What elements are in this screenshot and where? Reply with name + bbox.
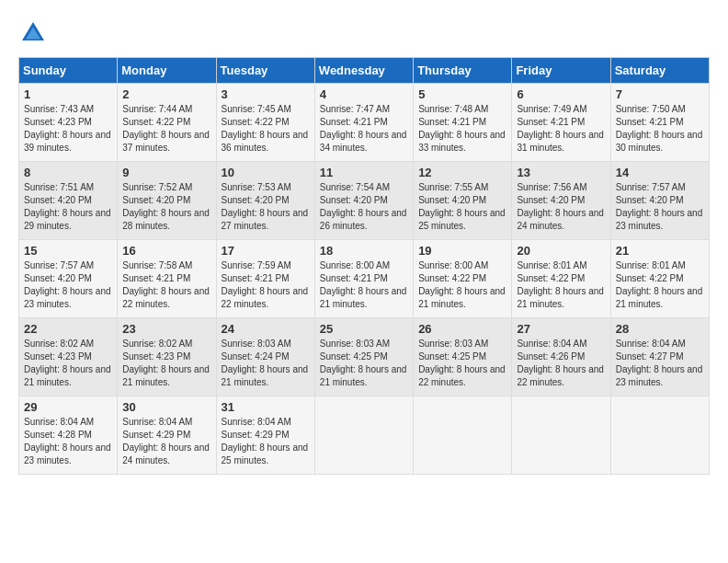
day-info: Sunrise: 7:44 AMSunset: 4:22 PMDaylight:…	[122, 103, 210, 155]
page-header	[18, 18, 710, 48]
days-of-week-header: SundayMondayTuesdayWednesdayThursdayFrid…	[19, 58, 710, 84]
day-number: 24	[222, 322, 310, 336]
day-info: Sunrise: 7:49 AMSunset: 4:21 PMDaylight:…	[517, 103, 605, 155]
calendar-cell: 22Sunrise: 8:02 AMSunset: 4:23 PMDayligh…	[19, 318, 118, 396]
dow-header-monday: Monday	[118, 58, 216, 84]
day-info: Sunrise: 7:48 AMSunset: 4:21 PMDaylight:…	[418, 103, 506, 155]
day-info: Sunrise: 8:00 AMSunset: 4:21 PMDaylight:…	[320, 259, 408, 311]
day-info: Sunrise: 7:51 AMSunset: 4:20 PMDaylight:…	[24, 181, 112, 233]
calendar-cell: 5Sunrise: 7:48 AMSunset: 4:21 PMDaylight…	[414, 84, 512, 162]
calendar-cell: 25Sunrise: 8:03 AMSunset: 4:25 PMDayligh…	[314, 318, 413, 396]
calendar-cell: 30Sunrise: 8:04 AMSunset: 4:29 PMDayligh…	[118, 396, 216, 475]
calendar-cell	[512, 396, 610, 475]
day-number: 7	[616, 87, 704, 101]
calendar-cell: 23Sunrise: 8:02 AMSunset: 4:23 PMDayligh…	[118, 318, 216, 396]
calendar-cell: 3Sunrise: 7:45 AMSunset: 4:22 PMDaylight…	[216, 84, 314, 162]
day-number: 30	[122, 400, 210, 414]
calendar-week-4: 22Sunrise: 8:02 AMSunset: 4:23 PMDayligh…	[19, 318, 710, 396]
day-number: 8	[24, 166, 112, 179]
calendar-cell: 4Sunrise: 7:47 AMSunset: 4:21 PMDaylight…	[314, 84, 413, 162]
calendar-cell: 11Sunrise: 7:54 AMSunset: 4:20 PMDayligh…	[314, 162, 413, 240]
day-number: 1	[24, 87, 112, 101]
day-info: Sunrise: 7:52 AMSunset: 4:20 PMDaylight:…	[122, 181, 210, 233]
day-info: Sunrise: 8:04 AMSunset: 4:26 PMDaylight:…	[517, 338, 605, 389]
dow-header-sunday: Sunday	[19, 58, 118, 84]
calendar-body: 1Sunrise: 7:43 AMSunset: 4:23 PMDaylight…	[19, 84, 710, 475]
day-info: Sunrise: 7:47 AMSunset: 4:21 PMDaylight:…	[320, 103, 408, 155]
calendar-cell: 1Sunrise: 7:43 AMSunset: 4:23 PMDaylight…	[19, 84, 118, 162]
day-info: Sunrise: 7:55 AMSunset: 4:20 PMDaylight:…	[418, 181, 506, 233]
day-number: 23	[122, 322, 210, 336]
calendar-cell	[314, 396, 413, 475]
day-number: 19	[418, 244, 506, 258]
day-info: Sunrise: 7:59 AMSunset: 4:21 PMDaylight:…	[222, 259, 310, 311]
logo	[18, 18, 51, 48]
calendar-cell: 28Sunrise: 8:04 AMSunset: 4:27 PMDayligh…	[610, 318, 709, 396]
calendar-cell: 17Sunrise: 7:59 AMSunset: 4:21 PMDayligh…	[216, 240, 314, 318]
calendar-week-2: 8Sunrise: 7:51 AMSunset: 4:20 PMDaylight…	[19, 162, 710, 240]
day-number: 14	[616, 166, 704, 179]
dow-header-friday: Friday	[512, 58, 610, 84]
day-number: 29	[24, 400, 112, 414]
day-info: Sunrise: 7:57 AMSunset: 4:20 PMDaylight:…	[616, 181, 704, 233]
dow-header-saturday: Saturday	[610, 58, 709, 84]
day-number: 16	[122, 244, 210, 258]
day-number: 2	[122, 87, 210, 101]
calendar-cell: 16Sunrise: 7:58 AMSunset: 4:21 PMDayligh…	[118, 240, 216, 318]
day-number: 10	[222, 166, 310, 179]
calendar-week-1: 1Sunrise: 7:43 AMSunset: 4:23 PMDaylight…	[19, 84, 710, 162]
day-info: Sunrise: 7:45 AMSunset: 4:22 PMDaylight:…	[222, 103, 310, 155]
day-number: 11	[320, 166, 408, 179]
day-info: Sunrise: 7:58 AMSunset: 4:21 PMDaylight:…	[122, 259, 210, 311]
calendar-table: SundayMondayTuesdayWednesdayThursdayFrid…	[18, 57, 710, 475]
day-info: Sunrise: 8:04 AMSunset: 4:28 PMDaylight:…	[24, 416, 112, 467]
calendar-week-3: 15Sunrise: 7:57 AMSunset: 4:20 PMDayligh…	[19, 240, 710, 318]
logo-icon	[18, 18, 48, 48]
dow-header-tuesday: Tuesday	[216, 58, 314, 84]
day-info: Sunrise: 8:04 AMSunset: 4:27 PMDaylight:…	[616, 338, 704, 389]
calendar-week-5: 29Sunrise: 8:04 AMSunset: 4:28 PMDayligh…	[19, 396, 710, 475]
day-number: 6	[517, 87, 605, 101]
calendar-cell: 13Sunrise: 7:56 AMSunset: 4:20 PMDayligh…	[512, 162, 610, 240]
day-info: Sunrise: 8:03 AMSunset: 4:24 PMDaylight:…	[222, 338, 310, 389]
calendar-cell: 20Sunrise: 8:01 AMSunset: 4:22 PMDayligh…	[512, 240, 610, 318]
day-number: 5	[418, 87, 506, 101]
calendar-cell: 15Sunrise: 7:57 AMSunset: 4:20 PMDayligh…	[19, 240, 118, 318]
calendar-cell	[610, 396, 709, 475]
calendar-cell: 24Sunrise: 8:03 AMSunset: 4:24 PMDayligh…	[216, 318, 314, 396]
day-number: 13	[517, 166, 605, 179]
day-info: Sunrise: 7:53 AMSunset: 4:20 PMDaylight:…	[222, 181, 310, 233]
calendar-cell: 2Sunrise: 7:44 AMSunset: 4:22 PMDaylight…	[118, 84, 216, 162]
day-number: 15	[24, 244, 112, 258]
calendar-cell: 7Sunrise: 7:50 AMSunset: 4:21 PMDaylight…	[610, 84, 709, 162]
calendar-cell: 27Sunrise: 8:04 AMSunset: 4:26 PMDayligh…	[512, 318, 610, 396]
day-info: Sunrise: 8:03 AMSunset: 4:25 PMDaylight:…	[320, 338, 408, 389]
calendar-cell: 6Sunrise: 7:49 AMSunset: 4:21 PMDaylight…	[512, 84, 610, 162]
day-number: 3	[222, 87, 310, 101]
day-number: 9	[122, 166, 210, 179]
day-number: 17	[222, 244, 310, 258]
day-number: 28	[616, 322, 704, 336]
calendar-cell: 18Sunrise: 8:00 AMSunset: 4:21 PMDayligh…	[314, 240, 413, 318]
day-number: 22	[24, 322, 112, 336]
calendar-cell	[414, 396, 512, 475]
day-info: Sunrise: 7:56 AMSunset: 4:20 PMDaylight:…	[517, 181, 605, 233]
day-info: Sunrise: 8:01 AMSunset: 4:22 PMDaylight:…	[517, 259, 605, 311]
calendar-cell: 12Sunrise: 7:55 AMSunset: 4:20 PMDayligh…	[414, 162, 512, 240]
calendar-cell: 29Sunrise: 8:04 AMSunset: 4:28 PMDayligh…	[19, 396, 118, 475]
calendar-cell: 19Sunrise: 8:00 AMSunset: 4:22 PMDayligh…	[414, 240, 512, 318]
day-number: 25	[320, 322, 408, 336]
day-info: Sunrise: 8:01 AMSunset: 4:22 PMDaylight:…	[616, 259, 704, 311]
calendar-cell: 31Sunrise: 8:04 AMSunset: 4:29 PMDayligh…	[216, 396, 314, 475]
day-number: 18	[320, 244, 408, 258]
day-number: 4	[320, 87, 408, 101]
day-info: Sunrise: 7:57 AMSunset: 4:20 PMDaylight:…	[24, 259, 112, 311]
day-info: Sunrise: 8:04 AMSunset: 4:29 PMDaylight:…	[122, 416, 210, 467]
day-info: Sunrise: 8:03 AMSunset: 4:25 PMDaylight:…	[418, 338, 506, 389]
day-info: Sunrise: 8:02 AMSunset: 4:23 PMDaylight:…	[122, 338, 210, 389]
day-number: 27	[517, 322, 605, 336]
day-info: Sunrise: 7:43 AMSunset: 4:23 PMDaylight:…	[24, 103, 112, 155]
calendar-cell: 9Sunrise: 7:52 AMSunset: 4:20 PMDaylight…	[118, 162, 216, 240]
day-number: 26	[418, 322, 506, 336]
calendar-cell: 26Sunrise: 8:03 AMSunset: 4:25 PMDayligh…	[414, 318, 512, 396]
